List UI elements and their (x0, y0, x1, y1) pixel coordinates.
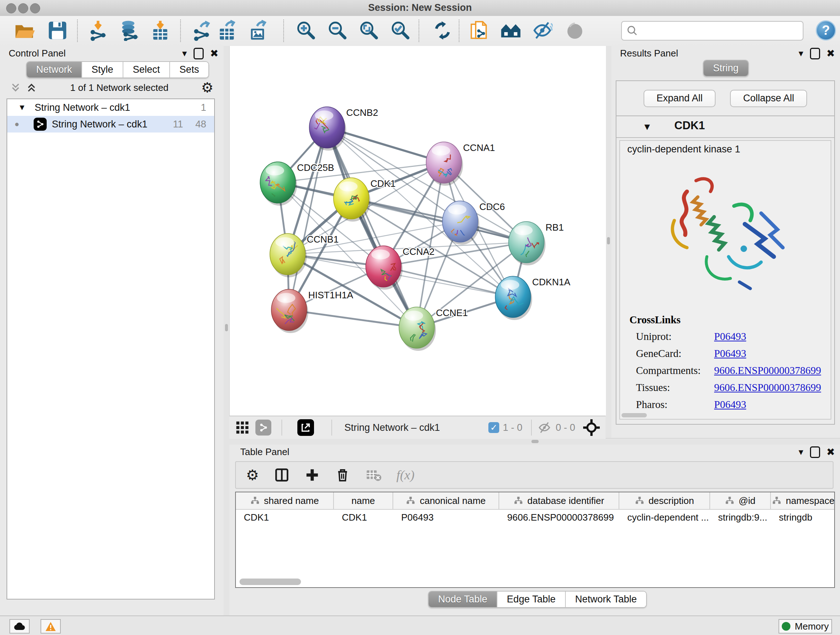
column-header[interactable]: @id (710, 492, 771, 509)
network-edge[interactable] (289, 127, 327, 310)
table-cell[interactable]: P06493 (393, 512, 499, 523)
close-panel-icon[interactable]: ✖ (210, 48, 218, 59)
help-button[interactable]: ? (816, 20, 836, 41)
vertical-splitter-left[interactable] (224, 46, 229, 616)
float-panel-icon[interactable] (194, 48, 204, 59)
close-panel-icon[interactable]: ✖ (827, 48, 835, 59)
crosslink-value-link[interactable]: 9606.ENSP00000378699 (714, 364, 821, 376)
table-cell[interactable]: cyclin-dependent ... (619, 512, 710, 523)
network-canvas[interactable]: CCNB2CCNA1CDC25BCDK1CDC6RB1CCNB1CCNA2CDK… (229, 46, 606, 416)
network-node-RB1[interactable]: RB1 (508, 222, 564, 265)
toolbar-separator (77, 19, 78, 42)
import-table-button[interactable] (149, 19, 172, 43)
search-input[interactable] (641, 23, 803, 38)
show-all-button[interactable] (564, 19, 586, 43)
collapse-all-icon[interactable] (9, 81, 22, 94)
crosslink-value-link[interactable]: P06493 (714, 331, 746, 342)
fit-selected-icon[interactable] (583, 418, 600, 437)
collapse-all-button[interactable]: Collapse All (730, 90, 807, 107)
table-cell[interactable]: stringdb:9... (710, 512, 771, 523)
network-node-HIST1H1A[interactable]: HIST1H1A (271, 289, 354, 333)
results-scrollbar-thumb[interactable] (622, 413, 647, 417)
table-cell[interactable]: stringdb (771, 512, 835, 523)
zoom-fit-button[interactable] (358, 19, 380, 43)
network-node-CDC6[interactable]: CDC6 (442, 201, 505, 245)
expand-all-button[interactable]: Expand All (644, 90, 716, 107)
network-current-dot-icon: ● (14, 119, 19, 129)
section-expand-icon[interactable]: ▼ (643, 121, 652, 133)
tab-network[interactable]: Network (27, 62, 82, 78)
column-header[interactable]: namespace (771, 492, 835, 509)
export-table-button[interactable] (216, 19, 238, 43)
tab-style[interactable]: Style (82, 62, 123, 78)
first-neighbors-button[interactable] (500, 19, 522, 43)
network-node-CDK1[interactable]: CDK1 (333, 178, 395, 222)
table-data-row[interactable]: CDK1CDK1P064939606.ENSP00000378699cyclin… (236, 510, 834, 525)
network-row-selected[interactable]: ● String Network – cdk1 11 48 (7, 116, 214, 133)
zoom-selected-button[interactable] (389, 19, 412, 43)
hidden-eye-icon[interactable] (537, 420, 552, 435)
clone-network-button[interactable] (469, 19, 491, 43)
collapse-panel-icon[interactable]: ▾ (798, 48, 803, 59)
cloud-status-button[interactable] (9, 619, 30, 633)
import-network-database-button[interactable] (118, 19, 141, 43)
crosslink-value-link[interactable]: P06493 (714, 348, 746, 359)
column-header[interactable]: description (619, 492, 710, 509)
network-node-CCNB2[interactable]: CCNB2 (303, 107, 378, 150)
vertical-splitter-right[interactable] (606, 46, 611, 438)
warnings-button[interactable] (41, 619, 61, 633)
network-options-gear-icon[interactable]: ⚙ (201, 81, 213, 95)
network-node-CDC25B[interactable]: CDC25B (260, 162, 334, 206)
protein-section-header[interactable]: ▼ CDK1 (616, 116, 834, 138)
column-header[interactable]: name (334, 492, 393, 509)
close-panel-icon[interactable]: ✖ (827, 446, 835, 458)
table-options-gear-icon[interactable]: ⚙ (246, 468, 259, 482)
crosslink-value-link[interactable]: 9606.ENSP00000378699 (714, 382, 821, 393)
expand-all-icon[interactable] (25, 81, 38, 94)
table-cell[interactable]: CDK1 (334, 512, 393, 523)
grid-view-icon[interactable] (235, 420, 249, 435)
table-horizontal-scrollbar[interactable] (237, 578, 831, 585)
export-network-button[interactable] (190, 19, 213, 43)
horizontal-splitter[interactable] (229, 438, 840, 445)
add-column-icon[interactable] (305, 467, 320, 483)
zoom-out-button[interactable] (326, 19, 349, 43)
tab-network-table[interactable]: Network Table (566, 592, 646, 607)
network-collection-row[interactable]: ▼ String Network – cdk1 1 (7, 99, 214, 116)
open-in-window-icon[interactable] (297, 419, 314, 436)
zoom-in-button[interactable] (295, 19, 317, 43)
float-panel-icon[interactable] (810, 48, 820, 59)
tab-node-table[interactable]: Node Table (429, 592, 497, 607)
selected-checkbox-icon[interactable]: ✓ (488, 422, 499, 433)
tab-edge-table[interactable]: Edge Table (497, 592, 566, 607)
collapse-panel-icon[interactable]: ▾ (182, 48, 187, 59)
tree-expand-icon[interactable]: ▼ (18, 103, 26, 112)
open-session-button[interactable] (13, 19, 35, 43)
float-panel-icon[interactable] (810, 447, 820, 458)
column-header[interactable]: canonical name (393, 492, 499, 509)
scrollbar-thumb[interactable] (240, 578, 301, 585)
birdseye-view-icon[interactable] (256, 420, 271, 435)
save-session-button[interactable] (46, 19, 69, 43)
tab-string[interactable]: String (704, 60, 748, 76)
show-columns-icon[interactable] (274, 467, 289, 483)
refresh-button[interactable] (431, 19, 454, 43)
table-cell[interactable]: 9606.ENSP00000378699 (499, 512, 619, 523)
delete-column-icon[interactable] (335, 467, 350, 483)
network-node-CCNE1[interactable]: CCNE1 (399, 307, 468, 351)
network-edge[interactable] (384, 266, 513, 297)
export-image-button[interactable] (247, 19, 269, 43)
network-node-CDKN1A[interactable]: CDKN1A (495, 276, 570, 320)
collapse-panel-icon[interactable]: ▾ (798, 447, 803, 458)
tab-select[interactable]: Select (123, 62, 170, 78)
crosslink-value-link[interactable]: P06493 (714, 399, 746, 410)
hide-selected-button[interactable] (531, 19, 554, 43)
column-header[interactable]: database identifier (499, 492, 619, 509)
memory-button[interactable]: Memory (778, 619, 832, 633)
toolbar-separator (418, 19, 419, 42)
network-graph[interactable]: CCNB2CCNA1CDC25BCDK1CDC6RB1CCNB1CCNA2CDK… (230, 46, 606, 416)
import-network-file-button[interactable] (87, 19, 109, 43)
tab-sets[interactable]: Sets (170, 62, 208, 78)
table-cell[interactable]: CDK1 (236, 512, 334, 523)
column-header[interactable]: shared name (236, 492, 334, 509)
